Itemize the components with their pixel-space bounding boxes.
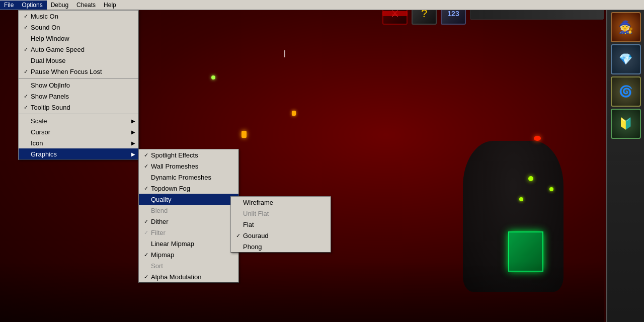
label-dual-mouse: Dual Mouse — [31, 57, 135, 64]
label-topdown-fog: Topdown Fog — [151, 185, 235, 192]
game-light — [519, 197, 523, 201]
label-show-objinfo: Show ObjInfo — [31, 82, 135, 89]
options-dropdown: ✓ Music On ✓ Sound On Help Window ✓ Auto… — [18, 10, 139, 160]
label-spotlight: Spotlight Effects — [151, 151, 235, 159]
graphic-quality[interactable]: Quality ▶ — [139, 194, 238, 205]
option-auto-game-speed[interactable]: ✓ Auto Game Speed — [19, 44, 138, 55]
graphic-topdown-fog[interactable]: ✓ Topdown Fog — [139, 183, 238, 194]
label-sort: Sort — [151, 262, 235, 270]
check-spotlight: ✓ — [141, 152, 151, 158]
label-dynamic-promeshes: Dynamic Promeshes — [151, 174, 235, 181]
option-icon[interactable]: Icon ▶ — [19, 137, 138, 148]
label-cursor: Cursor — [31, 128, 128, 136]
arrow-cursor: ▶ — [128, 129, 135, 135]
game-light — [549, 187, 553, 191]
label-wall-promeshes: Wall Promeshes — [151, 163, 235, 170]
label-dither: Dither — [151, 218, 235, 225]
check-topdown-fog: ✓ — [141, 185, 151, 192]
quality-flat[interactable]: Flat — [231, 219, 331, 230]
option-show-panels[interactable]: ✓ Show Panels — [19, 91, 138, 102]
label-phong: Phong — [243, 243, 328, 251]
graphic-dither[interactable]: ✓ Dither — [139, 216, 238, 227]
option-cursor[interactable]: Cursor ▶ — [19, 126, 138, 137]
option-scale[interactable]: Scale ▶ — [19, 115, 138, 126]
label-tooltip-sound: Tooltip Sound — [31, 104, 135, 111]
option-sound-on[interactable]: ✓ Sound On — [19, 22, 138, 33]
label-unlit-flat: Unlit Flat — [243, 210, 328, 217]
option-tooltip-sound[interactable]: ✓ Tooltip Sound — [19, 102, 138, 113]
label-show-panels: Show Panels — [31, 93, 135, 100]
check-wall-promeshes: ✓ — [141, 163, 151, 170]
menu-options[interactable]: Options — [18, 1, 46, 10]
arrow-icon: ▶ — [128, 140, 135, 146]
check-filter: ✓ — [141, 229, 151, 236]
options-separator-1 — [19, 78, 138, 78]
option-pause-focus[interactable]: ✓ Pause When Focus Lost — [19, 66, 138, 77]
graphic-sort[interactable]: Sort — [139, 260, 238, 271]
label-alpha-modulation: Alpha Modulation — [151, 273, 235, 281]
panel-icon-1[interactable]: 🧙 — [611, 12, 641, 42]
panel-icon-2[interactable]: 💎 — [611, 44, 641, 74]
check-music-on: ✓ — [21, 13, 31, 20]
label-scale: Scale — [31, 117, 128, 125]
check-alpha-modulation: ✓ — [141, 274, 151, 280]
option-help-window[interactable]: Help Window — [19, 33, 138, 44]
game-light — [292, 111, 296, 116]
creature-eye — [534, 136, 541, 141]
option-show-objinfo[interactable]: Show ObjInfo — [19, 79, 138, 91]
label-quality: Quality — [151, 196, 228, 203]
right-panel: 🧙 💎 🌀 🔰 — [606, 10, 644, 322]
quality-unlit-flat[interactable]: Unlit Flat — [231, 208, 331, 219]
option-graphics[interactable]: Graphics ▶ — [19, 148, 138, 159]
menu-file[interactable]: File — [0, 1, 18, 10]
graphic-blend[interactable]: Blend — [139, 205, 238, 216]
menubar: File Options Debug Cheats Help — [0, 0, 644, 10]
check-gouraud: ✓ — [233, 232, 243, 239]
label-wireframe: Wireframe — [243, 199, 328, 206]
quality-dropdown: Wireframe Unlit Flat Flat ✓ Gouraud Phon… — [230, 196, 331, 253]
option-dual-mouse[interactable]: Dual Mouse — [19, 55, 138, 66]
check-tooltip-sound: ✓ — [21, 104, 31, 111]
label-graphics: Graphics — [31, 150, 128, 158]
check-auto-game-speed: ✓ — [21, 46, 31, 53]
cursor-indicator — [284, 50, 285, 57]
panel-icon-3[interactable]: 🌀 — [611, 76, 641, 107]
option-music-on[interactable]: ✓ Music On — [19, 11, 138, 22]
label-music-on: Music On — [31, 13, 135, 20]
graphic-dynamic-promeshes[interactable]: Dynamic Promeshes — [139, 172, 238, 183]
game-light — [242, 131, 247, 138]
menu-debug[interactable]: Debug — [47, 1, 72, 10]
arrow-graphics: ▶ — [128, 151, 135, 157]
label-flat: Flat — [243, 221, 328, 228]
graphics-dropdown: ✓ Spotlight Effects ✓ Wall Promeshes Dyn… — [138, 149, 239, 283]
menu-cheats[interactable]: Cheats — [72, 1, 100, 10]
graphic-filter[interactable]: ✓ Filter — [139, 227, 238, 238]
panel-icon-4[interactable]: 🔰 — [611, 109, 641, 139]
quality-phong[interactable]: Phong — [231, 241, 331, 252]
check-pause-focus: ✓ — [21, 68, 31, 75]
check-dither: ✓ — [141, 218, 151, 225]
label-icon: Icon — [31, 139, 128, 147]
graphic-wall-promeshes[interactable]: ✓ Wall Promeshes — [139, 160, 238, 172]
quality-wireframe[interactable]: Wireframe — [231, 197, 331, 208]
check-sound-on: ✓ — [21, 24, 31, 31]
graphic-linear-mipmap[interactable]: Linear Mipmap — [139, 238, 238, 249]
label-pause-focus: Pause When Focus Lost — [31, 68, 135, 75]
label-gouraud: Gouraud — [243, 232, 328, 239]
arrow-scale: ▶ — [128, 118, 135, 124]
game-light — [211, 75, 215, 79]
label-auto-game-speed: Auto Game Speed — [31, 46, 135, 53]
graphic-alpha-modulation[interactable]: ✓ Alpha Modulation — [139, 271, 238, 282]
game-light — [528, 176, 533, 181]
label-help-window: Help Window — [31, 35, 135, 42]
label-blend: Blend — [151, 207, 235, 214]
menu-help[interactable]: Help — [100, 1, 120, 10]
label-sound-on: Sound On — [31, 24, 135, 31]
check-show-panels: ✓ — [21, 93, 31, 100]
label-linear-mipmap: Linear Mipmap — [151, 240, 235, 248]
graphic-mipmap[interactable]: ✓ Mipmap — [139, 249, 238, 260]
graphic-spotlight[interactable]: ✓ Spotlight Effects — [139, 149, 238, 160]
label-mipmap: Mipmap — [151, 251, 235, 259]
label-filter: Filter — [151, 229, 235, 236]
quality-gouraud[interactable]: ✓ Gouraud — [231, 230, 331, 241]
